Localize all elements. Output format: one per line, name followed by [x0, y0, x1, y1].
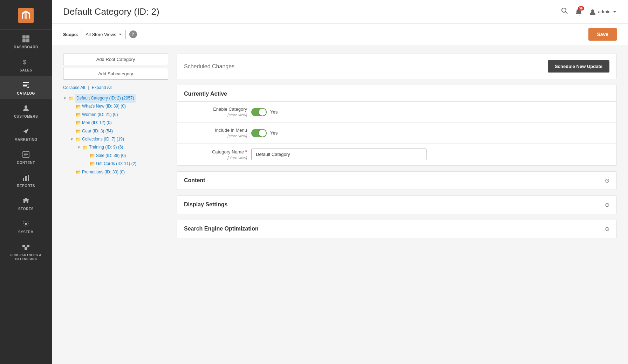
- expand-all-link[interactable]: Expand All: [92, 85, 112, 90]
- category-tree: ▼ 📁 Default Category (ID: 2) (2057) 📂 Wh…: [63, 94, 168, 176]
- sales-icon: $: [21, 57, 31, 67]
- sidebar-item-partners-label: FIND PARTNERS & EXTENSIONS: [3, 253, 49, 261]
- include-in-menu-yes-label: Yes: [270, 130, 278, 136]
- tree-node-5-1-2[interactable]: 📂 Gift Cards (ID: 11) (2): [84, 160, 168, 168]
- stores-icon: [21, 196, 31, 206]
- tree-node-1[interactable]: 📂 What's New (ID: 39) (0): [70, 103, 168, 111]
- include-in-menu-value: Yes: [251, 129, 609, 137]
- magento-logo: [18, 8, 34, 23]
- category-name-label: Category Name * [store view]: [184, 149, 247, 160]
- sidebar-item-stores-label: STORES: [18, 207, 34, 211]
- sidebar-item-marketing-label: MARKETING: [14, 138, 37, 142]
- enable-category-label: Enable Category [store view]: [184, 107, 247, 117]
- sidebar-item-customers[interactable]: CUSTOMERS: [0, 99, 52, 122]
- system-icon: [21, 219, 31, 229]
- folder-icon-5-1-2: 📂: [89, 160, 95, 168]
- sidebar-item-dashboard[interactable]: DASHBOARD: [0, 30, 52, 53]
- right-panel: Scheduled Changes Schedule New Update Cu…: [177, 54, 617, 356]
- tree-node-6-label: Promotions (ID: 30) (0): [82, 169, 125, 176]
- scope-bar: Scope: All Store Views ? Save: [52, 24, 628, 45]
- category-name-value: [251, 149, 609, 160]
- sidebar-item-catalog[interactable]: CATALOG: [0, 76, 52, 99]
- enable-category-yes-label: Yes: [270, 109, 278, 115]
- sidebar-item-catalog-label: CATALOG: [17, 91, 35, 96]
- search-icon: [561, 7, 568, 14]
- folder-icon-6: 📂: [75, 168, 81, 176]
- admin-label: admin: [598, 9, 610, 14]
- include-in-menu-toggle[interactable]: [251, 129, 267, 137]
- marketing-icon: [21, 126, 31, 136]
- tree-node-5-1-2-label: Gift Cards (ID: 11) (2): [96, 160, 136, 168]
- page-title: Default Category (ID: 2): [63, 6, 159, 17]
- category-name-row: Category Name * [store view]: [177, 144, 616, 165]
- folder-icon-4: 📂: [75, 127, 81, 135]
- tree-node-5-1-1[interactable]: 📂 Sale (ID: 38) (0): [84, 152, 168, 160]
- tree-node-4[interactable]: 📂 Gear (ID: 3) (54): [70, 127, 168, 135]
- scheduled-changes-box: Scheduled Changes Schedule New Update: [177, 54, 617, 79]
- tree-actions: Add Root Category Add Subcategory: [63, 54, 168, 80]
- add-subcategory-button[interactable]: Add Subcategory: [63, 68, 168, 80]
- store-view-value: All Store Views: [86, 32, 116, 37]
- seo-section-title: Search Engine Optimization: [184, 226, 258, 232]
- display-settings-header[interactable]: Display Settings ⊙: [177, 196, 616, 214]
- catalog-icon: [21, 80, 31, 90]
- content-section-header[interactable]: Content ⊙: [177, 172, 616, 190]
- sidebar-item-system-label: SYSTEM: [18, 230, 34, 234]
- scope-label: Scope:: [63, 32, 78, 37]
- search-button[interactable]: [561, 7, 568, 16]
- left-panel: Add Root Category Add Subcategory Collap…: [63, 54, 168, 356]
- svg-point-20: [591, 9, 594, 12]
- sidebar-item-stores[interactable]: STORES: [0, 192, 52, 215]
- content-icon: [21, 150, 31, 159]
- seo-section-header[interactable]: Search Engine Optimization ⊙: [177, 220, 616, 238]
- folder-icon-2: 📂: [75, 111, 81, 119]
- folder-icon-3: 📂: [75, 119, 81, 127]
- sidebar-item-content[interactable]: CONTENT: [0, 145, 52, 169]
- folder-icon-5: 📁: [75, 135, 81, 143]
- display-settings-chevron-icon: ⊙: [605, 201, 609, 208]
- required-star: *: [245, 149, 247, 154]
- sidebar-item-partners[interactable]: FIND PARTNERS & EXTENSIONS: [0, 238, 52, 265]
- category-name-input[interactable]: [251, 149, 426, 160]
- tree-node-2[interactable]: 📂 Women (ID: 21) (0): [70, 111, 168, 119]
- folder-icon-1: 📂: [75, 103, 81, 111]
- tree-node-3[interactable]: 📂 Men (ID: 12) (0): [70, 119, 168, 127]
- collapse-all-link[interactable]: Collapse All: [63, 85, 85, 90]
- notifications-button[interactable]: 39: [575, 8, 582, 15]
- sidebar-item-sales[interactable]: $ SALES: [0, 53, 52, 76]
- scope-left: Scope: All Store Views ?: [63, 30, 137, 39]
- seo-chevron-icon: ⊙: [605, 226, 609, 232]
- sidebar-item-system[interactable]: SYSTEM: [0, 215, 52, 238]
- seo-section: Search Engine Optimization ⊙: [177, 220, 617, 238]
- admin-menu[interactable]: admin: [589, 8, 617, 15]
- tree-node-5-1[interactable]: ▼ 📁 Training (ID: 9) (6): [77, 144, 168, 152]
- tree-node-root[interactable]: ▼ 📁 Default Category (ID: 2) (2057): [63, 94, 168, 103]
- sidebar-item-reports[interactable]: REPORTS: [0, 169, 52, 192]
- display-settings-title: Display Settings: [184, 201, 227, 208]
- svg-rect-13: [28, 175, 29, 181]
- currently-active-section: Currently Active Enable Category [store …: [177, 85, 617, 166]
- enable-category-toggle[interactable]: [251, 108, 267, 116]
- logo: [0, 0, 52, 30]
- store-view-select[interactable]: All Store Views: [82, 30, 125, 39]
- reports-icon: [21, 173, 31, 183]
- add-root-category-button[interactable]: Add Root Category: [63, 54, 168, 65]
- dashboard-icon: [21, 34, 31, 44]
- tree-node-6[interactable]: 📂 Promotions (ID: 30) (0): [70, 168, 168, 176]
- help-button[interactable]: ?: [129, 30, 137, 38]
- enable-category-value: Yes: [251, 108, 609, 116]
- tree-node-5[interactable]: ▼ 📁 Collections (ID: 7) (19): [70, 135, 168, 143]
- tree-node-5-1-label: Training (ID: 9) (6): [89, 144, 123, 151]
- customers-icon: [21, 103, 31, 113]
- schedule-new-update-button[interactable]: Schedule New Update: [548, 60, 609, 73]
- sidebar-item-customers-label: CUSTOMERS: [14, 115, 38, 119]
- svg-rect-12: [25, 176, 27, 181]
- content-section-title: Content: [184, 177, 205, 184]
- svg-rect-16: [27, 245, 29, 247]
- sidebar-item-sales-label: SALES: [20, 68, 32, 73]
- svg-rect-1: [22, 35, 26, 39]
- top-bar: Default Category (ID: 2) 39 admin: [52, 0, 628, 24]
- folder-icon-5-1-1: 📂: [89, 152, 95, 160]
- save-button[interactable]: Save: [588, 28, 617, 41]
- sidebar-item-marketing[interactable]: MARKETING: [0, 122, 52, 145]
